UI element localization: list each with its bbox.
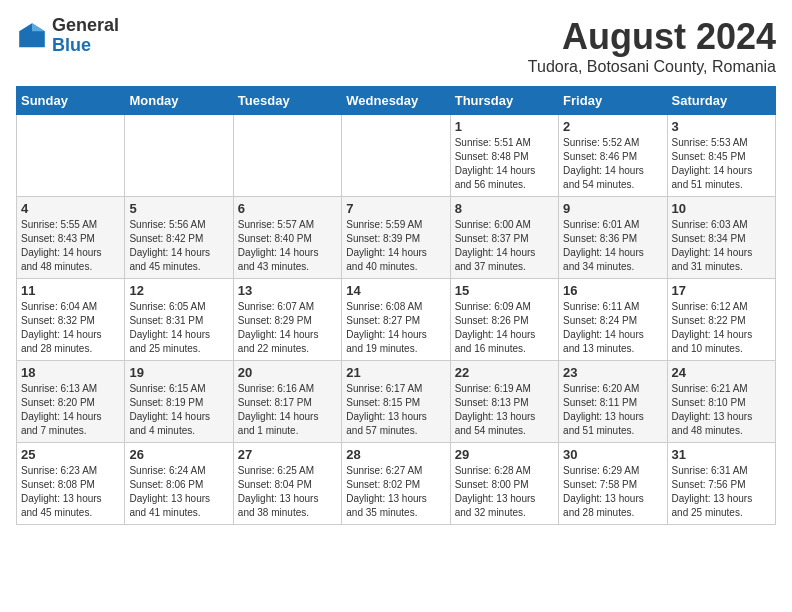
calendar-cell: 16Sunrise: 6:11 AM Sunset: 8:24 PM Dayli… <box>559 279 667 361</box>
calendar-cell: 13Sunrise: 6:07 AM Sunset: 8:29 PM Dayli… <box>233 279 341 361</box>
day-info: Sunrise: 6:15 AM Sunset: 8:19 PM Dayligh… <box>129 382 228 438</box>
calendar-cell: 4Sunrise: 5:55 AM Sunset: 8:43 PM Daylig… <box>17 197 125 279</box>
location-text: Tudora, Botosani County, Romania <box>528 58 776 76</box>
calendar-week-row: 11Sunrise: 6:04 AM Sunset: 8:32 PM Dayli… <box>17 279 776 361</box>
day-number: 27 <box>238 447 337 462</box>
calendar-cell: 31Sunrise: 6:31 AM Sunset: 7:56 PM Dayli… <box>667 443 775 525</box>
day-info: Sunrise: 6:20 AM Sunset: 8:11 PM Dayligh… <box>563 382 662 438</box>
day-info: Sunrise: 6:07 AM Sunset: 8:29 PM Dayligh… <box>238 300 337 356</box>
day-number: 4 <box>21 201 120 216</box>
calendar-table: SundayMondayTuesdayWednesdayThursdayFrid… <box>16 86 776 525</box>
day-info: Sunrise: 6:19 AM Sunset: 8:13 PM Dayligh… <box>455 382 554 438</box>
day-number: 11 <box>21 283 120 298</box>
day-number: 5 <box>129 201 228 216</box>
calendar-cell: 14Sunrise: 6:08 AM Sunset: 8:27 PM Dayli… <box>342 279 450 361</box>
day-info: Sunrise: 5:57 AM Sunset: 8:40 PM Dayligh… <box>238 218 337 274</box>
calendar-cell <box>17 115 125 197</box>
calendar-cell: 19Sunrise: 6:15 AM Sunset: 8:19 PM Dayli… <box>125 361 233 443</box>
calendar-week-row: 4Sunrise: 5:55 AM Sunset: 8:43 PM Daylig… <box>17 197 776 279</box>
calendar-header-sunday: Sunday <box>17 87 125 115</box>
day-number: 30 <box>563 447 662 462</box>
day-info: Sunrise: 6:21 AM Sunset: 8:10 PM Dayligh… <box>672 382 771 438</box>
day-number: 23 <box>563 365 662 380</box>
day-info: Sunrise: 6:24 AM Sunset: 8:06 PM Dayligh… <box>129 464 228 520</box>
day-info: Sunrise: 6:17 AM Sunset: 8:15 PM Dayligh… <box>346 382 445 438</box>
day-number: 1 <box>455 119 554 134</box>
calendar-cell: 9Sunrise: 6:01 AM Sunset: 8:36 PM Daylig… <box>559 197 667 279</box>
logo-general-text: General <box>52 16 119 36</box>
calendar-cell: 25Sunrise: 6:23 AM Sunset: 8:08 PM Dayli… <box>17 443 125 525</box>
day-number: 29 <box>455 447 554 462</box>
day-info: Sunrise: 5:52 AM Sunset: 8:46 PM Dayligh… <box>563 136 662 192</box>
day-number: 28 <box>346 447 445 462</box>
calendar-cell: 18Sunrise: 6:13 AM Sunset: 8:20 PM Dayli… <box>17 361 125 443</box>
day-info: Sunrise: 6:11 AM Sunset: 8:24 PM Dayligh… <box>563 300 662 356</box>
calendar-header-monday: Monday <box>125 87 233 115</box>
day-info: Sunrise: 5:55 AM Sunset: 8:43 PM Dayligh… <box>21 218 120 274</box>
day-info: Sunrise: 6:28 AM Sunset: 8:00 PM Dayligh… <box>455 464 554 520</box>
calendar-cell: 27Sunrise: 6:25 AM Sunset: 8:04 PM Dayli… <box>233 443 341 525</box>
calendar-cell: 11Sunrise: 6:04 AM Sunset: 8:32 PM Dayli… <box>17 279 125 361</box>
calendar-cell: 24Sunrise: 6:21 AM Sunset: 8:10 PM Dayli… <box>667 361 775 443</box>
calendar-cell: 2Sunrise: 5:52 AM Sunset: 8:46 PM Daylig… <box>559 115 667 197</box>
day-number: 24 <box>672 365 771 380</box>
day-info: Sunrise: 5:53 AM Sunset: 8:45 PM Dayligh… <box>672 136 771 192</box>
day-number: 25 <box>21 447 120 462</box>
calendar-cell: 23Sunrise: 6:20 AM Sunset: 8:11 PM Dayli… <box>559 361 667 443</box>
month-year-title: August 2024 <box>528 16 776 58</box>
calendar-cell: 3Sunrise: 5:53 AM Sunset: 8:45 PM Daylig… <box>667 115 775 197</box>
day-number: 22 <box>455 365 554 380</box>
day-number: 8 <box>455 201 554 216</box>
calendar-header-thursday: Thursday <box>450 87 558 115</box>
calendar-header-saturday: Saturday <box>667 87 775 115</box>
calendar-cell: 1Sunrise: 5:51 AM Sunset: 8:48 PM Daylig… <box>450 115 558 197</box>
calendar-cell: 22Sunrise: 6:19 AM Sunset: 8:13 PM Dayli… <box>450 361 558 443</box>
calendar-week-row: 25Sunrise: 6:23 AM Sunset: 8:08 PM Dayli… <box>17 443 776 525</box>
day-info: Sunrise: 6:29 AM Sunset: 7:58 PM Dayligh… <box>563 464 662 520</box>
day-info: Sunrise: 6:05 AM Sunset: 8:31 PM Dayligh… <box>129 300 228 356</box>
day-number: 21 <box>346 365 445 380</box>
day-info: Sunrise: 6:16 AM Sunset: 8:17 PM Dayligh… <box>238 382 337 438</box>
day-info: Sunrise: 6:01 AM Sunset: 8:36 PM Dayligh… <box>563 218 662 274</box>
calendar-header-row: SundayMondayTuesdayWednesdayThursdayFrid… <box>17 87 776 115</box>
title-area: August 2024 Tudora, Botosani County, Rom… <box>528 16 776 76</box>
calendar-week-row: 1Sunrise: 5:51 AM Sunset: 8:48 PM Daylig… <box>17 115 776 197</box>
header: General Blue August 2024 Tudora, Botosan… <box>16 16 776 76</box>
calendar-cell: 28Sunrise: 6:27 AM Sunset: 8:02 PM Dayli… <box>342 443 450 525</box>
day-number: 6 <box>238 201 337 216</box>
calendar-cell <box>342 115 450 197</box>
logo-text: General Blue <box>52 16 119 56</box>
day-number: 3 <box>672 119 771 134</box>
calendar-cell: 5Sunrise: 5:56 AM Sunset: 8:42 PM Daylig… <box>125 197 233 279</box>
calendar-cell: 26Sunrise: 6:24 AM Sunset: 8:06 PM Dayli… <box>125 443 233 525</box>
day-number: 7 <box>346 201 445 216</box>
day-number: 18 <box>21 365 120 380</box>
calendar-cell: 8Sunrise: 6:00 AM Sunset: 8:37 PM Daylig… <box>450 197 558 279</box>
calendar-cell: 29Sunrise: 6:28 AM Sunset: 8:00 PM Dayli… <box>450 443 558 525</box>
day-info: Sunrise: 6:04 AM Sunset: 8:32 PM Dayligh… <box>21 300 120 356</box>
day-info: Sunrise: 6:12 AM Sunset: 8:22 PM Dayligh… <box>672 300 771 356</box>
day-number: 16 <box>563 283 662 298</box>
day-info: Sunrise: 6:25 AM Sunset: 8:04 PM Dayligh… <box>238 464 337 520</box>
logo-blue-text: Blue <box>52 36 119 56</box>
calendar-cell: 17Sunrise: 6:12 AM Sunset: 8:22 PM Dayli… <box>667 279 775 361</box>
calendar-cell <box>233 115 341 197</box>
day-info: Sunrise: 6:13 AM Sunset: 8:20 PM Dayligh… <box>21 382 120 438</box>
calendar-cell: 15Sunrise: 6:09 AM Sunset: 8:26 PM Dayli… <box>450 279 558 361</box>
day-number: 26 <box>129 447 228 462</box>
calendar-cell: 6Sunrise: 5:57 AM Sunset: 8:40 PM Daylig… <box>233 197 341 279</box>
calendar-header-wednesday: Wednesday <box>342 87 450 115</box>
day-number: 13 <box>238 283 337 298</box>
day-number: 20 <box>238 365 337 380</box>
logo: General Blue <box>16 16 119 56</box>
day-info: Sunrise: 6:00 AM Sunset: 8:37 PM Dayligh… <box>455 218 554 274</box>
day-number: 14 <box>346 283 445 298</box>
day-info: Sunrise: 5:51 AM Sunset: 8:48 PM Dayligh… <box>455 136 554 192</box>
calendar-cell <box>125 115 233 197</box>
calendar-week-row: 18Sunrise: 6:13 AM Sunset: 8:20 PM Dayli… <box>17 361 776 443</box>
logo-icon <box>16 20 48 52</box>
day-info: Sunrise: 6:23 AM Sunset: 8:08 PM Dayligh… <box>21 464 120 520</box>
day-number: 12 <box>129 283 228 298</box>
day-number: 31 <box>672 447 771 462</box>
day-info: Sunrise: 6:03 AM Sunset: 8:34 PM Dayligh… <box>672 218 771 274</box>
